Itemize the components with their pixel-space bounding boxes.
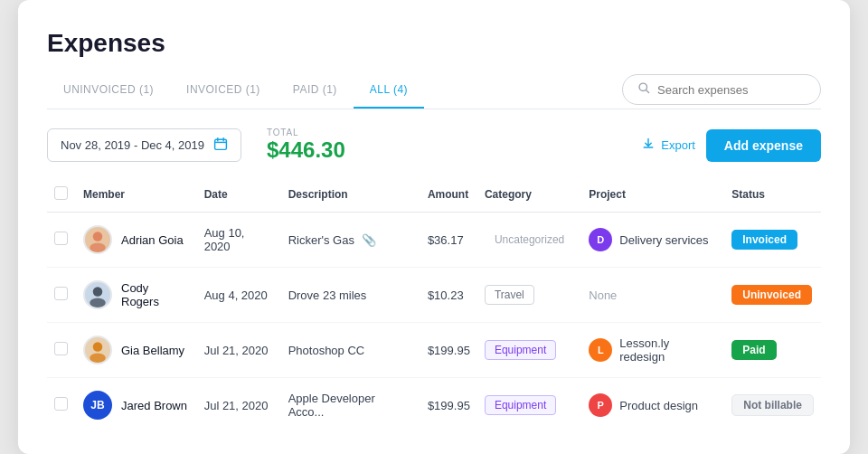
- controls-right: Export Add expense: [641, 129, 821, 162]
- svg-line-1: [646, 90, 648, 92]
- export-label: Export: [661, 138, 695, 152]
- date-range-text: Nov 28, 2019 - Dec 4, 2019: [61, 138, 204, 152]
- category-cell: Travel: [477, 268, 581, 323]
- member-cell: Gia Bellamy: [83, 336, 190, 364]
- description-cell: Drove 23 miles: [281, 268, 420, 323]
- export-button[interactable]: Export: [641, 137, 695, 154]
- table-body: Adrian GoiaAug 10, 2020Ricker's Gas 📎$36…: [47, 213, 821, 433]
- expenses-card: Expenses UNINVOICED (1)INVOICED (1)PAID …: [18, 0, 850, 454]
- project-cell: D Delivery services: [581, 213, 724, 268]
- header-member: Member: [76, 177, 197, 213]
- total-amount: $446.30: [267, 137, 345, 163]
- project-dot: P: [589, 393, 612, 417]
- status-badge: Paid: [731, 340, 776, 360]
- table-row: JBJared BrownJul 21, 2020Apple Developer…: [47, 378, 821, 433]
- svg-point-11: [90, 354, 106, 364]
- category-badge: Equipment: [485, 395, 556, 415]
- tabs: UNINVOICED (1)INVOICED (1)PAID (1)ALL (4…: [47, 74, 424, 109]
- select-all-checkbox[interactable]: [54, 186, 68, 200]
- status-cell: Paid: [724, 323, 821, 378]
- table-row: Adrian GoiaAug 10, 2020Ricker's Gas 📎$36…: [47, 213, 821, 268]
- member-name: Jared Brown: [121, 399, 187, 412]
- search-icon: [637, 81, 650, 98]
- svg-point-9: [90, 298, 106, 308]
- member-name: Cody Rogers: [121, 281, 190, 308]
- total-label: TOTAL: [267, 128, 345, 137]
- member-name: Gia Bellamy: [121, 344, 184, 357]
- table-row: Cody RogersAug 4, 2020Drove 23 miles$10.…: [47, 268, 821, 323]
- member-cell: Cody Rogers: [83, 280, 190, 309]
- search-input[interactable]: [657, 83, 806, 97]
- row-checkbox[interactable]: [54, 232, 68, 245]
- avatar: [83, 225, 112, 254]
- amount-cell: $36.17: [420, 213, 477, 268]
- project-dot: D: [589, 228, 612, 251]
- description-cell: Apple Developer Acco...: [281, 378, 420, 433]
- export-icon: [641, 137, 656, 154]
- header-status: Status: [724, 177, 821, 213]
- row-checkbox[interactable]: [54, 342, 68, 355]
- svg-point-7: [90, 243, 106, 253]
- project-none: None: [589, 288, 617, 302]
- avatar: [83, 336, 112, 364]
- date-picker[interactable]: Nov 28, 2019 - Dec 4, 2019: [47, 128, 241, 162]
- calendar-icon: [213, 137, 228, 154]
- member-name: Adrian Goia: [121, 233, 184, 247]
- add-expense-button[interactable]: Add expense: [706, 129, 821, 162]
- svg-point-8: [93, 287, 103, 297]
- expenses-table: Member Date Description Amount Category …: [47, 177, 821, 432]
- header-category: Category: [477, 177, 581, 213]
- status-badge: Uninvoiced: [731, 285, 812, 305]
- status-badge: Not billable: [731, 394, 814, 416]
- amount-cell: $10.23: [420, 268, 477, 323]
- svg-point-6: [93, 232, 103, 241]
- description-cell: Ricker's Gas 📎: [281, 213, 420, 268]
- table-header: Member Date Description Amount Category …: [47, 177, 821, 213]
- tab-uninvoiced[interactable]: UNINVOICED (1): [47, 74, 170, 109]
- category-cell: Uncategorized: [477, 213, 581, 268]
- status-cell: Uninvoiced: [724, 268, 821, 323]
- category-badge: Travel: [485, 285, 534, 305]
- avatar: [83, 280, 112, 309]
- tab-all[interactable]: ALL (4): [354, 74, 424, 109]
- project-dot: L: [589, 338, 612, 362]
- controls-row: Nov 28, 2019 - Dec 4, 2019 TOTAL $446.30: [47, 128, 821, 163]
- attachment-icon: 📎: [362, 233, 376, 247]
- header-amount: Amount: [420, 177, 477, 213]
- row-checkbox[interactable]: [54, 397, 68, 411]
- header-checkbox-cell: [47, 177, 76, 213]
- header-description: Description: [281, 177, 420, 213]
- page-title: Expenses: [47, 29, 821, 58]
- project-cell-inner: D Delivery services: [589, 228, 717, 251]
- amount-cell: $199.95: [420, 323, 477, 378]
- search-box[interactable]: [622, 74, 821, 105]
- tab-paid[interactable]: PAID (1): [277, 74, 354, 109]
- project-name: Product design: [619, 399, 698, 412]
- category-badge: Uncategorized: [485, 230, 574, 250]
- project-cell-inner: P Product design: [589, 393, 717, 417]
- member-cell: Adrian Goia: [83, 225, 190, 254]
- avatar: JB: [83, 391, 112, 420]
- project-cell: None: [581, 268, 724, 323]
- status-cell: Invoiced: [724, 213, 821, 268]
- date-cell: Jul 21, 2020: [197, 378, 281, 433]
- left-controls: Nov 28, 2019 - Dec 4, 2019 TOTAL $446.30: [47, 128, 345, 163]
- date-cell: Jul 21, 2020: [197, 323, 281, 378]
- status-cell: Not billable: [724, 378, 821, 433]
- category-cell: Equipment: [477, 323, 581, 378]
- project-cell: L Lesson.ly redesign: [581, 323, 724, 378]
- svg-rect-2: [215, 139, 227, 149]
- project-cell-inner: L Lesson.ly redesign: [589, 336, 717, 364]
- member-cell: JBJared Brown: [83, 391, 190, 420]
- category-badge: Equipment: [485, 340, 556, 360]
- tabs-row: UNINVOICED (1)INVOICED (1)PAID (1)ALL (4…: [47, 74, 821, 109]
- header-project: Project: [581, 177, 724, 213]
- project-cell: P Product design: [581, 378, 724, 433]
- date-cell: Aug 4, 2020: [197, 268, 281, 323]
- row-checkbox[interactable]: [54, 287, 68, 300]
- project-name: Lesson.ly redesign: [619, 336, 717, 364]
- svg-point-10: [93, 342, 103, 352]
- date-cell: Aug 10, 2020: [197, 213, 281, 268]
- tab-invoiced[interactable]: INVOICED (1): [170, 74, 277, 109]
- category-cell: Equipment: [477, 378, 581, 433]
